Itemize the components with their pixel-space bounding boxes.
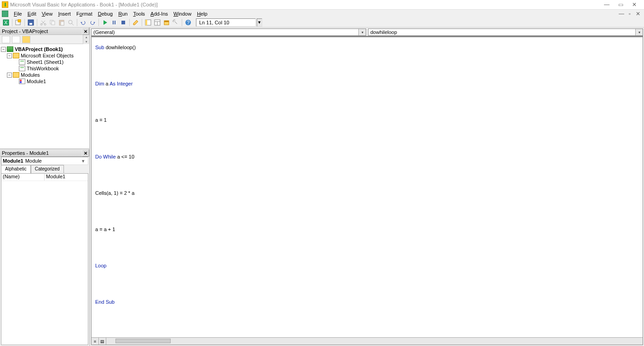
- properties-object-selector[interactable]: Module1 Module ▾: [1, 157, 88, 165]
- menu-help[interactable]: Help: [194, 11, 210, 17]
- toggle-folders-button[interactable]: [22, 36, 30, 43]
- full-module-view-button[interactable]: ▤: [99, 338, 106, 345]
- properties-object-type: Module: [25, 158, 42, 164]
- menu-file[interactable]: File: [11, 11, 25, 17]
- svg-rect-3: [18, 19, 21, 22]
- object-selector-value: (General): [93, 29, 115, 35]
- cursor-position-dropdown[interactable]: ▾: [257, 18, 262, 27]
- menu-debug[interactable]: Debug: [95, 11, 115, 17]
- svg-point-12: [69, 20, 72, 24]
- property-value[interactable]: Module1: [45, 174, 88, 181]
- tree-folder-excel-objects[interactable]: − Microsoft Excel Objects: [1, 52, 88, 59]
- collapse-icon[interactable]: −: [7, 73, 12, 78]
- tree-item-thisworkbook[interactable]: ThisWorkbook: [1, 65, 88, 72]
- save-button[interactable]: [27, 18, 35, 27]
- project-icon: [7, 46, 13, 52]
- design-mode-button[interactable]: [132, 18, 140, 27]
- property-key: (Name): [1, 174, 45, 181]
- svg-line-13: [72, 23, 74, 25]
- reset-button[interactable]: [119, 18, 127, 27]
- menu-bar: File Edit View Insert Format Debug Run T…: [0, 9, 644, 17]
- procedure-selector-dropdown[interactable]: dowhileloop ▾: [368, 28, 643, 36]
- procedure-divider: [92, 36, 643, 37]
- svg-rect-9: [52, 21, 55, 25]
- undo-button[interactable]: [79, 18, 87, 27]
- svg-rect-16: [121, 21, 125, 24]
- menu-run[interactable]: Run: [115, 11, 130, 17]
- project-scroll-buttons[interactable]: ▴▾: [83, 35, 89, 44]
- scrollbar-thumb[interactable]: [115, 339, 171, 343]
- procedure-view-button[interactable]: ≡: [92, 338, 99, 345]
- menu-tools[interactable]: Tools: [130, 11, 148, 17]
- find-button[interactable]: [67, 18, 75, 27]
- cut-button[interactable]: [39, 18, 47, 27]
- maximize-button[interactable]: ▭: [617, 1, 624, 8]
- properties-object-name: Module1: [3, 158, 23, 164]
- property-row-name[interactable]: (Name) Module1: [1, 174, 88, 181]
- chevron-down-icon: ▾: [80, 158, 86, 164]
- view-object-button[interactable]: [12, 36, 20, 43]
- menu-window[interactable]: Window: [171, 11, 194, 17]
- menu-view[interactable]: View: [39, 11, 56, 17]
- project-pane-header: Project - VBAProject ✕: [0, 28, 89, 35]
- tree-folder-modules[interactable]: − Modules: [1, 72, 88, 78]
- minimize-button[interactable]: —: [604, 1, 610, 8]
- window-title: Microsoft Visual Basic for Applications …: [10, 2, 604, 7]
- properties-pane-title: Properties - Module1: [2, 150, 49, 156]
- collapse-icon[interactable]: −: [7, 53, 12, 58]
- properties-pane-close-button[interactable]: ✕: [82, 149, 89, 157]
- menu-addins[interactable]: Add-Ins: [148, 11, 171, 17]
- object-browser-button[interactable]: [162, 18, 171, 27]
- collapse-icon[interactable]: −: [1, 47, 6, 52]
- run-button[interactable]: [101, 18, 109, 27]
- redo-button[interactable]: [88, 18, 97, 27]
- tree-project-root[interactable]: − VBAProject (Book1): [1, 46, 88, 52]
- horizontal-scrollbar[interactable]: [106, 338, 643, 345]
- toolbox-button[interactable]: [172, 18, 180, 27]
- excel-app-icon[interactable]: [2, 11, 8, 17]
- copy-button[interactable]: [48, 18, 57, 27]
- project-explorer-button[interactable]: [144, 18, 152, 27]
- break-button[interactable]: [110, 18, 118, 27]
- svg-rect-11: [61, 22, 64, 25]
- svg-rect-23: [164, 21, 169, 22]
- view-excel-button[interactable]: X: [2, 18, 10, 27]
- menu-format[interactable]: Format: [74, 11, 95, 17]
- object-selector-dropdown[interactable]: (General) ▾: [91, 28, 366, 36]
- standard-toolbar: X ? Ln 11, Col 10 ▾: [0, 17, 644, 28]
- code-editor[interactable]: Sub dowhileloop() Dim a As Integer a = 1…: [91, 36, 643, 345]
- properties-pane-header: Properties - Module1 ✕: [0, 149, 89, 157]
- menu-edit[interactable]: Edit: [25, 11, 39, 17]
- tree-project-label: VBAProject (Book1): [15, 46, 63, 52]
- svg-rect-5: [29, 23, 32, 25]
- tab-alphabetic[interactable]: Alphabetic: [1, 165, 31, 173]
- cursor-position-box: Ln 11, Col 10: [196, 18, 256, 27]
- properties-grid[interactable]: (Name) Module1: [1, 173, 88, 345]
- menu-insert[interactable]: Insert: [55, 11, 74, 17]
- tree-item-sheet1[interactable]: Sheet1 (Sheet1): [1, 59, 88, 65]
- project-tree[interactable]: − VBAProject (Book1) − Microsoft Excel O…: [0, 44, 89, 149]
- cursor-position-text: Ln 11, Col 10: [199, 20, 229, 25]
- properties-window-button[interactable]: [153, 18, 161, 27]
- code-content[interactable]: Sub dowhileloop() Dim a As Integer a = 1…: [92, 36, 643, 313]
- view-code-button[interactable]: [2, 36, 10, 43]
- workbook-icon: [19, 66, 25, 71]
- tree-item-module1[interactable]: Module1: [1, 78, 88, 85]
- mdi-restore-button[interactable]: ▫: [627, 11, 633, 17]
- paste-button[interactable]: [58, 18, 66, 27]
- module-icon: [19, 79, 25, 84]
- tab-categorized[interactable]: Categorized: [31, 165, 64, 173]
- vba-app-icon: [2, 1, 8, 8]
- window-titlebar: Microsoft Visual Basic for Applications …: [0, 0, 644, 9]
- project-pane-close-button[interactable]: ✕: [82, 28, 89, 35]
- svg-rect-14: [113, 21, 114, 24]
- sheet-icon: [19, 59, 25, 65]
- folder-icon: [13, 53, 19, 58]
- insert-module-button[interactable]: [14, 18, 23, 27]
- svg-text:?: ?: [187, 20, 190, 25]
- help-button[interactable]: ?: [184, 18, 192, 27]
- close-button[interactable]: ✕: [631, 1, 638, 8]
- mdi-close-button[interactable]: ✕: [635, 11, 641, 17]
- mdi-minimize-button[interactable]: —: [618, 11, 625, 17]
- folder-icon: [13, 72, 19, 78]
